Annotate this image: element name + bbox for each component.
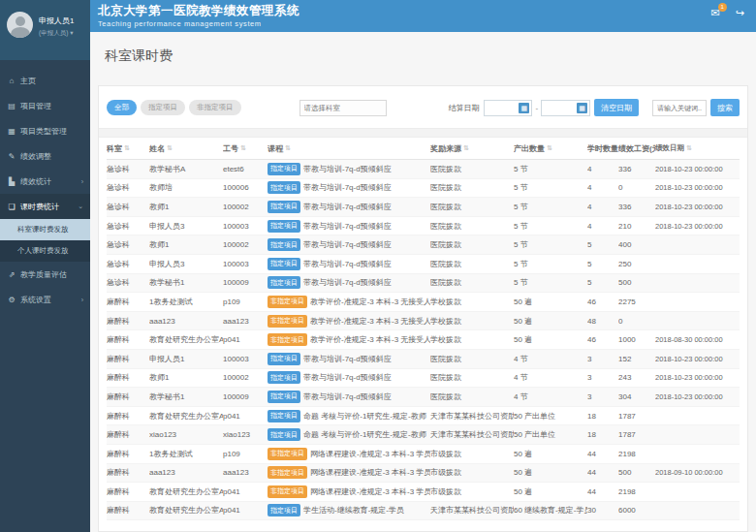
- course-text: 网络课程建设-准规定-3 本科-3 学员: [310, 468, 430, 477]
- column-header-4[interactable]: 课程⇅: [268, 143, 430, 154]
- table-row[interactable]: 急诊科教学秘书Aetest6指定项目带教与培训-7q-d预倾斜应医院拨款5 节4…: [107, 160, 740, 179]
- cell-reward-source: 学校拨款: [430, 334, 514, 345]
- column-header-5[interactable]: 奖励来源⇅: [430, 143, 514, 154]
- cell-hours-quantity: 4: [587, 165, 618, 173]
- filter-tab-non-designated[interactable]: 非指定项目: [189, 100, 241, 115]
- cell-reward-source: 医院拨款: [430, 221, 514, 232]
- project-type-badge: 指定项目: [268, 410, 300, 422]
- table-row[interactable]: 急诊科教师培100006指定项目带教与培训-7q-d预倾斜应医院拨款5 节402…: [107, 179, 740, 199]
- app-title: 北京大学第一医院教学绩效管理系统: [90, 0, 756, 19]
- table-row[interactable]: 麻醉科xiao123xiao123指定项目命题 考核与评价-1研究生-规定-教师…: [107, 425, 740, 445]
- cell-output-quantity: 50 遍: [514, 486, 587, 497]
- sidebar-item-system-settings[interactable]: ⚙系统设置›: [0, 287, 90, 312]
- messages-icon[interactable]: ✉ 1: [711, 8, 720, 18]
- table-row[interactable]: 急诊科申报人员3100003指定项目带教与培训-7q-d预倾斜应医院拨款5 节4…: [107, 217, 740, 236]
- table-row[interactable]: 麻醉科教育处研究生办公室Ap041非指定项目教学评价-准规定-3 本科-3 无接…: [107, 330, 740, 350]
- cell-department: 急诊科: [107, 164, 149, 174]
- sidebar-item-teaching-quality-evaluation[interactable]: ⇗教学质量评估: [0, 262, 90, 287]
- course-text: 命题 考核与评价-1研究生-规定-教师: [303, 430, 426, 439]
- calendar-icon[interactable]: ▦: [577, 103, 587, 113]
- column-label: 绩效工资(元): [618, 143, 655, 154]
- table-row[interactable]: 麻醉科1教务处测试p109非指定项目网络课程建设-准规定-3 本科-3 学员市级…: [107, 445, 740, 464]
- table-row[interactable]: 麻醉科aaa123aaa123非指定项目教学评价-准规定-3 本科-3 无接受人…: [107, 312, 740, 331]
- cell-department: 麻醉科: [107, 505, 149, 516]
- table-row[interactable]: 麻醉科教学秘书1100009指定项目带教与培训-7q-d预倾斜应医院拨款4 节3…: [107, 388, 740, 407]
- table-body: 急诊科教学秘书Aetest6指定项目带教与培训-7q-d预倾斜应医院拨款5 节4…: [107, 160, 740, 520]
- cell-department: 麻醉科: [107, 372, 149, 383]
- sidebar-item-label: 绩效统计: [20, 176, 51, 187]
- column-header-2[interactable]: 姓名⇅: [149, 143, 223, 154]
- cell-output-quantity: 50 遍: [514, 334, 587, 345]
- column-header-9[interactable]: 绩效日期⇅: [655, 143, 740, 153]
- course-text: 学生活动-继续教育-规定-学员: [303, 506, 404, 515]
- table-row[interactable]: 麻醉科申报人员1100003指定项目带教与培训-7q-d预倾斜应医院拨款4 节3…: [107, 350, 740, 369]
- sort-icon[interactable]: ⇅: [124, 144, 130, 152]
- cell-hours-quantity: 30: [587, 506, 618, 515]
- logout-icon[interactable]: ↪: [736, 8, 744, 18]
- sort-icon[interactable]: ⇅: [240, 144, 246, 152]
- cell-output-quantity: 60 继续教育-规定-学员: [514, 505, 587, 516]
- table-row[interactable]: 急诊科教师1100002指定项目带教与培训-7q-d预倾斜应医院拨款5 节540…: [107, 235, 740, 255]
- settlement-date-start-input[interactable]: ▦: [484, 100, 533, 116]
- user-role-dropdown[interactable]: (申报人员) ▾: [39, 29, 74, 38]
- cell-course: 非指定项目教学评价-准规定-3 本科-3 无接受人: [268, 315, 430, 328]
- clear-date-button[interactable]: 清空日期: [594, 99, 639, 116]
- table-row[interactable]: 麻醉科教育处研究生办公室Ap041非指定项目网络课程建设-准规定-3 本科-3 …: [107, 483, 740, 502]
- sidebar-item-course-fee-statistics[interactable]: ❏课时费统计⌄: [0, 194, 90, 219]
- cell-course: 非指定项目教学评价-准规定-3 本科-3 无接受人: [268, 333, 430, 346]
- sort-icon[interactable]: ⇅: [547, 144, 552, 152]
- sidebar-subitem-dept-course-fee[interactable]: 科室课时费发放: [0, 219, 90, 240]
- cell-reward-source: 学校拨款: [430, 316, 514, 327]
- sort-icon[interactable]: ⇅: [463, 144, 469, 152]
- table-row[interactable]: 急诊科申报人员3100003指定项目带教与培训-7q-d预倾斜应医院拨款5 节5…: [107, 255, 740, 274]
- cell-reward-source: 天津市某某科技公司资助项目: [430, 411, 514, 422]
- cell-reward-source: 市级拨款: [430, 449, 514, 459]
- department-select-input[interactable]: [299, 100, 387, 116]
- table-row[interactable]: 急诊科教师1100002指定项目带教与培训-7q-d预倾斜应医院拨款5 节433…: [107, 198, 740, 217]
- sort-icon[interactable]: ⇅: [686, 144, 692, 152]
- table-row[interactable]: 麻醉科教育处研究生办公室Ap041指定项目命题 考核与评价-1研究生-规定-教师…: [107, 407, 740, 426]
- cell-name: 教育处研究生办公室A: [149, 334, 223, 345]
- course-text: 带教与培训-7q-d预倾斜应: [303, 278, 392, 287]
- cell-name: 教育处研究生办公室A: [149, 486, 223, 497]
- column-label: 绩效日期: [655, 143, 684, 153]
- column-header-8[interactable]: 绩效工资(元)⇅: [618, 143, 655, 154]
- settlement-date-end-input[interactable]: ▦: [541, 100, 590, 116]
- filter-tab-all[interactable]: 全部: [107, 100, 137, 115]
- table-row[interactable]: 麻醉科教师1100002指定项目带教与培训-7q-d预倾斜应医院拨款4 节324…: [107, 369, 740, 389]
- column-header-3[interactable]: 工号⇅: [223, 143, 268, 154]
- calendar-icon[interactable]: ▦: [519, 103, 529, 113]
- sidebar-item-project-type-management[interactable]: ▦项目类型管理: [0, 118, 90, 143]
- sidebar-item-performance-statistics[interactable]: ▙绩效统计›: [0, 169, 90, 194]
- table-row[interactable]: 急诊科教学秘书1100009指定项目带教与培训-7q-d预倾斜应医院拨款5 节5…: [107, 274, 740, 294]
- sidebar-item-home[interactable]: ⌂主页: [0, 68, 90, 93]
- date-range-separator: -: [535, 104, 538, 112]
- cell-reward-source: 医院拨款: [430, 164, 514, 174]
- search-button[interactable]: 搜索: [710, 99, 740, 116]
- cell-hours-quantity: 3: [587, 355, 618, 363]
- column-header-7[interactable]: 学时数量⇅: [587, 143, 618, 154]
- keyword-search-input[interactable]: [652, 100, 707, 116]
- cell-department: 麻醉科: [107, 297, 149, 307]
- app-header: 北京大学第一医院教学绩效管理系统 Teaching performance ma…: [90, 0, 756, 32]
- cell-hours-quantity: 4: [587, 183, 618, 192]
- table-row[interactable]: 麻醉科aaa123aaa123非指定项目网络课程建设-准规定-3 本科-3 学员…: [107, 464, 740, 484]
- content-card: 全部 指定项目 非指定项目 结算日期 ▦ - ▦ 清空日期 搜索 科室⇅姓名⇅工…: [98, 85, 748, 532]
- cell-output-quantity: 50 遍: [514, 467, 587, 478]
- column-header-1[interactable]: 科室⇅: [107, 143, 149, 154]
- cell-course: 指定项目带教与培训-7q-d预倾斜应: [268, 220, 430, 233]
- table-row[interactable]: 麻醉科1教务处测试p109非指定项目教学评价-准规定-3 本科-3 无接受人学校…: [107, 293, 740, 312]
- cell-name: 教育处研究生办公室A: [149, 505, 223, 516]
- sidebar-subitem-personal-course-fee[interactable]: 个人课时费发放: [0, 240, 90, 262]
- column-header-6[interactable]: 产出数量⇅: [514, 143, 587, 154]
- sort-icon[interactable]: ⇅: [285, 144, 291, 152]
- project-type-badge: 非指定项目: [268, 466, 307, 479]
- avatar[interactable]: [7, 12, 33, 38]
- sidebar-item-project-management[interactable]: ▤项目管理: [0, 93, 90, 118]
- sidebar-item-label: 教学质量评估: [20, 269, 67, 280]
- table-row[interactable]: 麻醉科教育处研究生办公室Ap041指定项目学生活动-继续教育-规定-学员天津市某…: [107, 502, 740, 521]
- sidebar-item-performance-adjustment[interactable]: ✎绩效调整: [0, 143, 90, 169]
- cell-performance-pay: 2275: [618, 297, 655, 306]
- filter-tab-designated[interactable]: 指定项目: [141, 100, 185, 115]
- sort-icon[interactable]: ⇅: [167, 144, 173, 152]
